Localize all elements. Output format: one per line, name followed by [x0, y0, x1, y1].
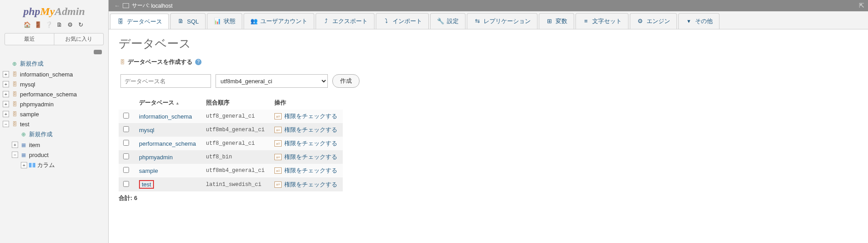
check-privileges-link[interactable]: 権限をチェックする [284, 153, 337, 161]
help-icon[interactable]: ? [195, 59, 201, 65]
tree-db-label: test [20, 121, 29, 128]
row-checkbox[interactable] [123, 181, 129, 187]
export-icon: ⤴ [322, 18, 330, 25]
variables-icon: ⊞ [546, 18, 553, 25]
tree-db[interactable]: + information_schema [3, 69, 108, 79]
tree-table-product[interactable]: − product [3, 150, 108, 160]
expand-icon[interactable]: + [12, 142, 18, 148]
row-collation: utf8_bin [201, 150, 270, 164]
logout-icon[interactable]: 🚪 [34, 21, 42, 29]
table-icon [20, 141, 27, 148]
home-icon[interactable]: 🏠 [24, 21, 31, 29]
chevron-down-icon: ▾ [685, 18, 692, 25]
tab-more[interactable]: ▾その他 [678, 13, 719, 29]
favorite-tab[interactable]: お気に入り [54, 33, 103, 45]
col-database[interactable]: データベース [134, 96, 201, 110]
db-tree: 新規作成 + information_schema + mysql + perf… [0, 57, 108, 241]
tree-table-item[interactable]: + item [3, 140, 108, 150]
row-checkbox[interactable] [123, 167, 129, 173]
tab-replication[interactable]: ⇆レプリケーション [467, 13, 537, 29]
tree-new[interactable]: 新規作成 [3, 58, 108, 69]
row-checkbox[interactable] [123, 126, 129, 132]
tab-sql[interactable]: 🗎SQL [170, 13, 206, 29]
sql-icon[interactable]: 🗎 [56, 21, 63, 29]
tree-columns[interactable]: + カラム [3, 160, 108, 171]
tab-status[interactable]: 📊状態 [207, 13, 242, 29]
server-icon [123, 3, 129, 8]
database-icon [11, 120, 18, 128]
db-name-link[interactable]: test [142, 181, 151, 188]
topbar-collapse-icon[interactable]: ⇱ [859, 2, 864, 9]
tab-variables[interactable]: ⊞変数 [539, 13, 574, 29]
tab-export[interactable]: ⤴エクスポート [316, 13, 374, 29]
tree-db-test[interactable]: − test [3, 119, 108, 129]
privileges-icon: a≡ [274, 154, 282, 160]
expand-icon[interactable]: + [3, 71, 9, 77]
tree-db[interactable]: + sample [3, 109, 108, 119]
col-collation[interactable]: 照合順序 [201, 96, 270, 110]
tab-label: インポート [393, 17, 422, 25]
collapse-icon[interactable]: − [12, 152, 18, 158]
main: ← サーバ: localhost ⇱ 🗄データベース 🗎SQL 📊状態 👥ユーザ… [109, 0, 868, 243]
tab-databases[interactable]: 🗄データベース [110, 14, 169, 29]
tab-engines[interactable]: ⚙エンジン [630, 13, 677, 29]
breadcrumb-arrow-icon: ← [114, 2, 120, 9]
topmenu: 🗄データベース 🗎SQL 📊状態 👥ユーザアカウント ⤴エクスポート ⤵インポー… [109, 11, 868, 29]
collapse-icon[interactable]: − [3, 121, 9, 127]
db-name-link[interactable]: phpmyadmin [139, 154, 173, 161]
row-checkbox[interactable] [123, 153, 129, 159]
create-db-form: utf8mb4_general_ci 作成 [119, 74, 858, 88]
privileges-icon: a≡ [274, 167, 282, 174]
tree-db-label: phpmyadmin [20, 101, 53, 108]
breadcrumb-host[interactable]: localhost [151, 3, 173, 9]
table-row: information_schemautf8_general_cia≡権限をチェ… [119, 110, 343, 123]
collapse-icon[interactable] [94, 50, 102, 54]
table-row: mysqlutf8mb4_general_cia≡権限をチェックする [119, 123, 343, 137]
col-operations: 操作 [270, 96, 343, 110]
docs-icon[interactable]: ❔ [45, 21, 53, 29]
settings-icon[interactable]: ⚙ [67, 21, 74, 29]
create-db-heading: データベースを作成する ? [119, 58, 858, 66]
check-privileges-link[interactable]: 権限をチェックする [284, 181, 337, 189]
sql-icon: 🗎 [177, 18, 184, 25]
expand-icon[interactable]: + [3, 81, 9, 87]
tree-db[interactable]: + mysql [3, 79, 108, 89]
check-privileges-link[interactable]: 権限をチェックする [284, 167, 337, 175]
db-name-link[interactable]: information_schema [139, 113, 192, 120]
collation-select[interactable]: utf8mb4_general_ci [216, 74, 328, 88]
row-checkbox[interactable] [123, 140, 129, 146]
logo[interactable]: phpMyAdmin [0, 2, 108, 19]
check-privileges-link[interactable]: 権限をチェックする [284, 112, 337, 120]
db-name-link[interactable]: sample [139, 167, 158, 174]
tab-settings[interactable]: 🔧設定 [430, 13, 465, 29]
breadcrumb-server-label: サーバ: [132, 2, 149, 10]
tree-db[interactable]: + performance_schema [3, 89, 108, 99]
recent-tab[interactable]: 最近 [5, 33, 54, 45]
create-button[interactable]: 作成 [332, 74, 360, 88]
databases-icon: 🗄 [117, 18, 124, 25]
expand-icon[interactable]: + [3, 111, 9, 117]
tree-table-label: product [29, 152, 48, 158]
breadcrumb: ← サーバ: localhost ⇱ [109, 0, 868, 11]
tab-users[interactable]: 👥ユーザアカウント [244, 13, 314, 29]
dbname-input[interactable] [120, 74, 211, 88]
db-name-link[interactable]: mysql [139, 127, 154, 133]
check-privileges-link[interactable]: 権限をチェックする [284, 139, 337, 148]
tree-db-label: performance_schema [20, 91, 77, 98]
new-icon [11, 60, 18, 67]
database-icon [11, 91, 18, 98]
check-privileges-link[interactable]: 権限をチェックする [284, 126, 337, 134]
tab-import[interactable]: ⤵インポート [376, 13, 429, 29]
tab-charsets[interactable]: ≡文字セット [575, 13, 628, 29]
expand-icon[interactable]: + [21, 162, 27, 168]
reload-icon[interactable]: ↻ [77, 21, 85, 29]
total-row: 合計: 6 [119, 191, 858, 202]
row-checkbox[interactable] [123, 113, 129, 119]
expand-icon[interactable]: + [3, 101, 9, 107]
tree-new-table[interactable]: 新規作成 [3, 129, 108, 140]
expand-icon[interactable]: + [3, 91, 9, 97]
tree-db[interactable]: + phpmyadmin [3, 99, 108, 109]
db-name-link[interactable]: performance_schema [139, 140, 196, 147]
database-icon [11, 81, 18, 88]
table-row: performance_schemautf8_general_cia≡権限をチェ… [119, 137, 343, 150]
